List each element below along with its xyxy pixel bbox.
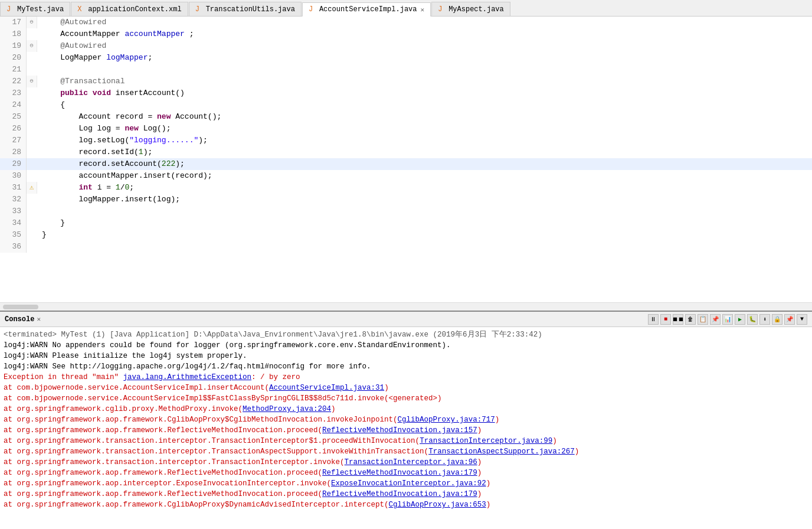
tab-appctx[interactable]: X applicationContext.xml (71, 2, 188, 16)
gutter-19[interactable]: ⊖ (27, 40, 37, 52)
code-line-26: 26 Log log = new Log(); (0, 123, 812, 135)
line-content-27: log.setLog("logging......"); (37, 135, 812, 146)
console-clear-btn[interactable]: 🗑 (685, 314, 696, 325)
tab-bar: J MyTest.java X applicationContext.xml J… (0, 0, 812, 17)
line-num-19: 19 (0, 40, 27, 52)
console-title: Console (5, 315, 34, 324)
code-line-18: 18 AccountMapper accountMapper ; (0, 28, 812, 40)
code-line-21: 21 (0, 64, 812, 76)
line-num-24: 24 (0, 99, 27, 111)
code-line-24: 24 { (0, 99, 812, 111)
link-methodproxy-204[interactable]: MethodProxy.java:204 (243, 405, 331, 413)
console-error-12: at org.springframework.aop.framework.Cgl… (4, 499, 808, 510)
code-line-27: 27 log.setLog("logging......"); (0, 135, 812, 146)
code-line-19: 19 ⊖ @Autowired (0, 40, 812, 52)
java-file-icon-2: J (195, 5, 204, 14)
code-line-28: 28 record.setId(1); (0, 146, 812, 158)
scroll-thumb[interactable] (3, 305, 38, 309)
line-num-32: 32 (0, 194, 27, 205)
console-menu-btn[interactable]: ▼ (797, 314, 807, 325)
code-line-20: 20 LogMapper logMapper; (0, 52, 812, 64)
line-content-28: record.setId(1); (37, 146, 812, 158)
link-tas-267[interactable]: TransactionAspectSupport.java:267 (428, 448, 575, 456)
link-eii-92[interactable]: ExposeInvocationInterceptor.java:92 (331, 479, 486, 488)
code-line-32: 32 logMapper.insert(log); (0, 194, 812, 205)
code-container[interactable]: 17 ⊖ @Autowired 18 AccountMapper account… (0, 17, 812, 302)
line-content-17: @Autowired (37, 17, 812, 28)
code-line-34: 34 } (0, 217, 812, 229)
editor-area: 17 ⊖ @Autowired 18 AccountMapper account… (0, 17, 812, 311)
line-content-22: @Transactional (37, 76, 812, 87)
console-error-7: at org.springframework.transaction.inter… (4, 446, 808, 457)
line-content-26: Log log = new Log(); (37, 123, 812, 135)
gutter-17[interactable]: ⊖ (27, 17, 37, 28)
line-num-35: 35 (0, 229, 27, 241)
line-num-30: 30 (0, 170, 27, 182)
console-pause-btn[interactable]: ⏸ (648, 314, 659, 325)
console-pin-btn[interactable]: 📌 (784, 314, 795, 325)
line-num-26: 26 (0, 123, 27, 135)
line-content-32: logMapper.insert(log); (37, 194, 812, 205)
tab-myaspect[interactable]: J MyAspect.java (431, 2, 510, 16)
console-error-6: at org.springframework.transaction.inter… (4, 436, 808, 446)
code-line-29: 29 record.setAccount(222); (0, 158, 812, 170)
console-error-9: at org.springframework.aop.framework.Ref… (4, 468, 808, 478)
console-monitor-btn[interactable]: 📊 (722, 314, 733, 325)
link-ti-99[interactable]: TransactionInterceptor.java:99 (420, 437, 552, 445)
console-error-10: at org.springframework.aop.interceptor.E… (4, 478, 808, 489)
tab-accsvc[interactable]: J AccountServiceImpl.java ✕ (302, 2, 431, 17)
horizontal-scrollbar[interactable] (0, 302, 812, 311)
line-num-36: 36 (0, 241, 27, 253)
code-line-25: 25 Account record = new Account(); (0, 111, 812, 123)
tab-myaspect-label: MyAspect.java (448, 5, 504, 14)
arithmetic-exception-link[interactable]: java.lang.ArithmeticException (123, 373, 252, 381)
java-file-icon-3: J (309, 5, 317, 14)
console-scroll-lock-btn[interactable]: 🔒 (772, 314, 782, 325)
line-num-23: 23 (0, 87, 27, 99)
console-terminate-all-btn[interactable]: ⏹⏹ (673, 314, 683, 325)
warning-icon-31: ⚠ (30, 182, 34, 194)
line-num-34: 34 (0, 217, 27, 229)
console-run-btn[interactable]: ▶ (735, 314, 745, 325)
line-num-31: 31 (0, 182, 27, 194)
tab-transutils-label: TranscationUtils.java (206, 5, 295, 14)
link-cglib-653[interactable]: CglibAopProxy.java:653 (389, 501, 486, 509)
link-ti-96[interactable]: TransactionInterceptor.java:96 (345, 458, 477, 466)
code-line-31: 31 ⚠ int i = 1/0; (0, 182, 812, 194)
gutter-22[interactable]: ⊖ (27, 76, 37, 87)
link-rmi-179[interactable]: ReflectiveMethodInvocation.java:179 (322, 469, 477, 477)
line-num-28: 28 (0, 146, 27, 158)
console-error-2: at com.bjpowernode.service.AccountServic… (4, 393, 808, 404)
line-content-18: AccountMapper accountMapper ; (37, 28, 812, 40)
code-line-35: 35 } (0, 229, 812, 241)
line-content-20: LogMapper logMapper; (37, 52, 812, 64)
line-content-25: Account record = new Account(); (37, 111, 812, 123)
tab-accsvc-label: AccountServiceImpl.java (319, 5, 417, 14)
tab-mytest[interactable]: J MyTest.java (0, 2, 70, 16)
link-accsvc-31[interactable]: AccountServiceImpl.java:31 (269, 384, 384, 392)
console-error-3: at org.springframework.cglib.proxy.Metho… (4, 404, 808, 414)
console-content[interactable]: <terminated> MyTest (1) [Java Applicatio… (0, 327, 812, 529)
console-terminate-btn[interactable]: ■ (660, 314, 671, 325)
console-terminated-line: <terminated> MyTest (1) [Java Applicatio… (4, 329, 808, 340)
line-num-21: 21 (0, 64, 27, 76)
tab-mytest-label: MyTest.java (17, 5, 64, 14)
line-content-30: accountMapper.insert(record); (37, 170, 812, 182)
tab-accsvc-close[interactable]: ✕ (421, 6, 425, 14)
link-rmi-179-2[interactable]: ReflectiveMethodInvocation.java:179 (322, 490, 477, 498)
code-line-23: 23 public void insertAccount() (0, 87, 812, 99)
java-file-icon: J (6, 5, 15, 14)
console-scroll-end-btn[interactable]: ⬇ (759, 314, 770, 325)
tab-transutils[interactable]: J TranscationUtils.java (189, 2, 302, 16)
console-paste-btn[interactable]: 📌 (710, 314, 721, 325)
console-tab-close: ✕ (37, 315, 41, 323)
link-cglib-717[interactable]: CglibAopProxy.java:717 (398, 416, 495, 424)
console-debug-btn[interactable]: 🐛 (747, 314, 758, 325)
gutter-31: ⚠ (27, 182, 37, 194)
console-exception-line: Exception in thread "main" java.lang.Ari… (4, 372, 808, 383)
line-num-20: 20 (0, 52, 27, 64)
console-warn-3: log4j:WARN See http://logging.apache.org… (4, 361, 808, 372)
line-num-33: 33 (0, 205, 27, 217)
link-rmi-157[interactable]: ReflectiveMethodInvocation.java:157 (322, 426, 477, 435)
console-copy-btn[interactable]: 📋 (698, 314, 708, 325)
